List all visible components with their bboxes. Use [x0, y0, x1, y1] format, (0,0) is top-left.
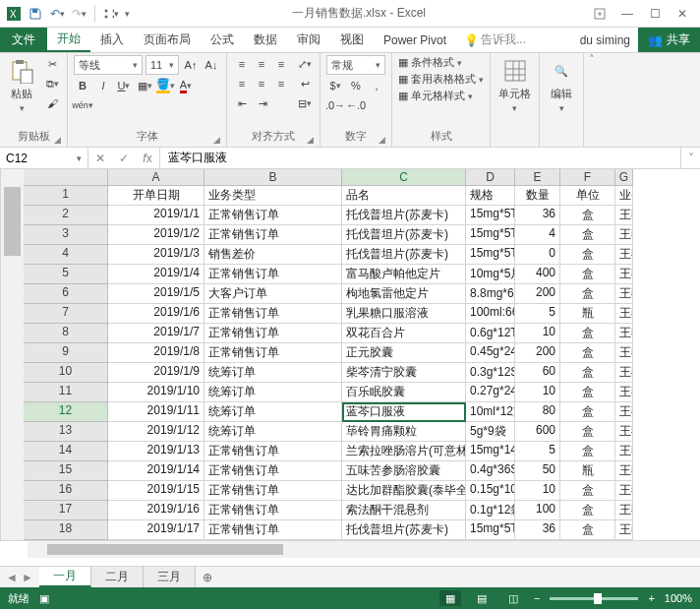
row-header[interactable]: 7 — [24, 304, 108, 324]
data-cell[interactable]: 盒 — [560, 520, 615, 540]
data-cell[interactable]: 百乐眠胶囊 — [342, 383, 466, 402]
tab-power-pivot[interactable]: Power Pivot — [374, 28, 456, 52]
data-cell[interactable]: 正常销售订单 — [204, 206, 342, 225]
sheet-tab-1[interactable]: 一月 — [39, 567, 91, 587]
row-header[interactable]: 13 — [24, 422, 108, 442]
data-cell[interactable]: 王燕 — [615, 284, 633, 304]
data-cell[interactable]: 王燕 — [615, 402, 633, 422]
data-cell[interactable]: 盒 — [560, 442, 615, 461]
touch-mode-icon[interactable]: ▾ — [103, 6, 119, 22]
data-cell[interactable]: 0.1g*12袋 — [466, 501, 515, 520]
data-cell[interactable]: 2019/1/6 — [108, 304, 204, 324]
data-cell[interactable]: 王燕 — [615, 343, 633, 363]
row-header[interactable]: 11 — [24, 383, 108, 402]
bold-icon[interactable]: B — [74, 77, 91, 94]
close-icon[interactable]: ✕ — [671, 4, 694, 24]
data-cell[interactable]: 80 — [515, 402, 560, 422]
data-cell[interactable]: 4 — [515, 225, 560, 245]
row-header[interactable]: 16 — [24, 481, 108, 501]
sheet-nav-prev-icon[interactable]: ◄ — [6, 571, 18, 584]
cancel-formula-icon[interactable]: ✕ — [88, 152, 112, 165]
data-cell[interactable]: 2019/1/13 — [108, 442, 204, 461]
data-cell[interactable]: 36 — [515, 520, 560, 540]
data-cell[interactable]: 正常销售订单 — [204, 520, 342, 540]
data-cell[interactable]: 王燕 — [615, 206, 633, 225]
table-format-button[interactable]: ▦套用表格格式▾ — [398, 72, 484, 87]
data-cell[interactable]: 销售差价 — [204, 245, 342, 265]
format-painter-icon[interactable]: 🖌 — [43, 94, 61, 112]
italic-icon[interactable]: I — [94, 77, 112, 94]
data-cell[interactable]: 王燕 — [615, 422, 633, 442]
percent-icon[interactable]: % — [347, 77, 365, 94]
data-cell[interactable]: 5g*9袋 — [466, 422, 515, 442]
data-cell[interactable]: 10 — [515, 324, 560, 343]
fill-color-icon[interactable]: 🪣▾ — [156, 77, 174, 94]
border-icon[interactable]: ▦▾ — [136, 77, 153, 94]
data-cell[interactable]: 15mg*5T — [466, 206, 515, 225]
data-cell[interactable]: 盒 — [560, 225, 615, 245]
data-cell[interactable]: 盒 — [560, 245, 615, 265]
data-cell[interactable]: 15mg*5T — [466, 225, 515, 245]
data-cell[interactable]: 5 — [515, 442, 560, 461]
worksheet-grid[interactable]: ABCDEFG1开单日期业务类型品名规格数量单位业务员22019/1/1正常销售… — [0, 169, 700, 566]
data-cell[interactable]: 正常销售订单 — [204, 343, 342, 363]
data-cell[interactable]: 盒 — [560, 284, 615, 304]
data-cell[interactable]: 0 — [515, 245, 560, 265]
sheet-tab-3[interactable]: 三月 — [144, 567, 196, 587]
col-header[interactable]: C — [342, 169, 466, 186]
header-cell[interactable]: 业务类型 — [204, 186, 342, 206]
tab-data[interactable]: 数据 — [244, 28, 287, 52]
row-header[interactable]: 15 — [24, 461, 108, 481]
font-color-icon[interactable]: A▾ — [177, 77, 195, 94]
row-header[interactable]: 12 — [24, 402, 108, 422]
data-cell[interactable]: 2019/1/5 — [108, 284, 204, 304]
data-cell[interactable]: 托伐普坦片(苏麦卡) — [342, 206, 466, 225]
tab-home[interactable]: 开始 — [47, 28, 90, 52]
data-cell[interactable]: 600 — [515, 422, 560, 442]
data-cell[interactable]: 柴芩清宁胶囊 — [342, 363, 466, 383]
data-cell[interactable]: 蓝芩口服液 — [342, 402, 466, 422]
data-cell[interactable]: 乳果糖口服溶液 — [342, 304, 466, 324]
save-icon[interactable] — [28, 6, 43, 22]
undo-icon[interactable]: ↶▾ — [49, 6, 65, 22]
data-cell[interactable]: 10 — [515, 481, 560, 501]
data-cell[interactable]: 托伐普坦片(苏麦卡) — [342, 245, 466, 265]
zoom-out-icon[interactable]: − — [534, 592, 540, 604]
data-cell[interactable]: 0.4g*36S — [466, 461, 515, 481]
data-cell[interactable]: 正常销售订单 — [204, 324, 342, 343]
expand-formula-icon[interactable]: ˅ — [680, 148, 700, 168]
data-cell[interactable]: 统筹订单 — [204, 383, 342, 402]
col-header[interactable]: F — [560, 169, 615, 186]
row-header[interactable]: 4 — [24, 245, 108, 265]
header-cell[interactable]: 规格 — [466, 186, 515, 206]
data-cell[interactable]: 王燕 — [615, 225, 633, 245]
data-cell[interactable]: 王燕 — [615, 245, 633, 265]
data-cell[interactable]: 2019/1/16 — [108, 501, 204, 520]
data-cell[interactable]: 盒 — [560, 343, 615, 363]
data-cell[interactable]: 兰索拉唑肠溶片(可意林) — [342, 442, 466, 461]
tab-view[interactable]: 视图 — [330, 28, 374, 52]
data-cell[interactable]: 王燕 — [615, 442, 633, 461]
increase-font-icon[interactable]: A↑ — [182, 56, 200, 74]
data-cell[interactable]: 2019/1/9 — [108, 363, 204, 383]
enter-formula-icon[interactable]: ✓ — [112, 152, 136, 165]
header-cell[interactable]: 单位 — [560, 186, 615, 206]
data-cell[interactable]: 统筹订单 — [204, 402, 342, 422]
data-cell[interactable]: 统筹订单 — [204, 363, 342, 383]
clipboard-dialog-icon[interactable]: ◢ — [54, 135, 61, 145]
header-cell[interactable]: 业务员 — [615, 186, 633, 206]
share-button[interactable]: 👥共享 — [638, 28, 700, 52]
row-header[interactable]: 14 — [24, 442, 108, 461]
col-header[interactable]: D — [466, 169, 515, 186]
sheet-tab-2[interactable]: 二月 — [91, 567, 144, 587]
font-name-select[interactable]: 等线▾ — [74, 55, 143, 75]
data-cell[interactable]: 2019/1/2 — [108, 225, 204, 245]
align-right-icon[interactable]: ≡ — [272, 75, 290, 92]
align-bottom-icon[interactable]: ≡ — [272, 55, 290, 73]
data-cell[interactable]: 60 — [515, 363, 560, 383]
data-cell[interactable]: 王燕 — [615, 383, 633, 402]
normal-view-icon[interactable]: ▦ — [439, 590, 461, 606]
row-header[interactable]: 6 — [24, 284, 108, 304]
vertical-scrollbar[interactable] — [0, 169, 24, 540]
horizontal-scrollbar[interactable] — [28, 541, 682, 558]
